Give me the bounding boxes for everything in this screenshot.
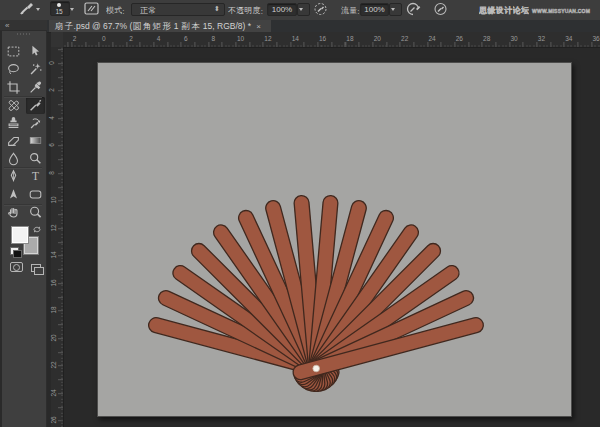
svg-text:T: T: [32, 170, 39, 182]
